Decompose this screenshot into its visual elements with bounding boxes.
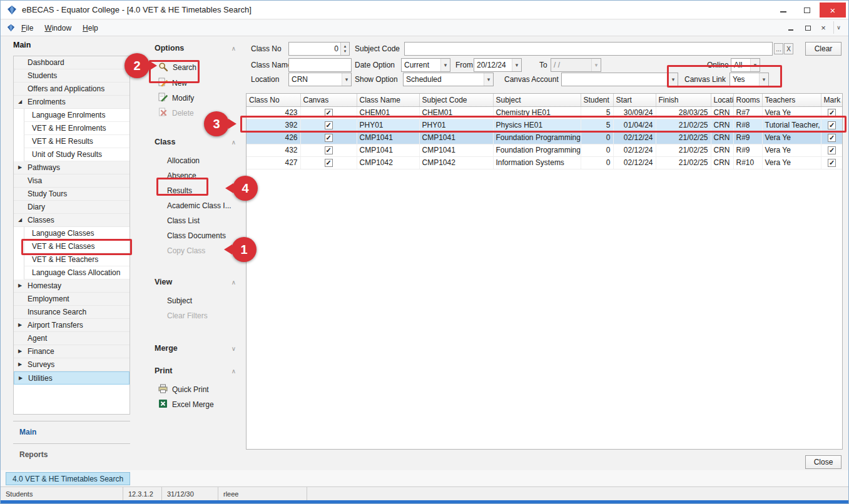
sidebar-item-study-tours[interactable]: Study Tours — [14, 188, 130, 201]
sidebar-item-classes[interactable]: ◢Classes — [14, 214, 130, 227]
sidebar-item-diary[interactable]: Diary — [14, 201, 130, 214]
section-merge[interactable]: Merge∨ — [151, 342, 243, 355]
table-row[interactable]: 423 ✓ CHEM01 CHEM01 Chemistry HE01 5 30/… — [247, 106, 843, 119]
menu-window[interactable]: Window — [39, 22, 76, 34]
spin-down-icon[interactable]: ▾ — [344, 49, 347, 54]
col-canvas[interactable]: Canvas — [300, 94, 357, 106]
quick-print-button[interactable]: Quick Print — [151, 382, 243, 397]
online-select[interactable]: All▾ — [731, 58, 760, 72]
section-class[interactable]: Class∧ — [151, 136, 243, 148]
table-row[interactable]: 432 ✓ CMP1041 CMP1041 Foundation Program… — [247, 144, 843, 156]
class-list-button[interactable]: Class List — [151, 213, 243, 228]
sidebar-item-airport-transfers[interactable]: ▶Airport Transfers — [14, 319, 130, 332]
checkbox-checked-icon[interactable]: ✓ — [828, 121, 836, 129]
sidebar-item-employment[interactable]: Employment — [14, 293, 130, 306]
sidebar-item-vet-he-enrolments[interactable]: VET & HE Enrolments — [24, 122, 130, 135]
spinner-buttons[interactable]: ▴▾ — [340, 43, 349, 55]
col-subject[interactable]: Subject — [493, 94, 581, 106]
sidebar-item-vet-he-teachers[interactable]: VET & HE Teachers — [24, 253, 130, 266]
checkbox-checked-icon[interactable]: ✓ — [828, 159, 836, 167]
spin-up-icon[interactable]: ▴ — [344, 44, 347, 49]
minimize-button[interactable] — [772, 3, 795, 18]
nav-reports-button[interactable]: Reports — [13, 443, 130, 465]
subject-code-lookup-button[interactable]: ... — [774, 43, 783, 54]
close-window-button[interactable]: × — [820, 3, 846, 18]
menu-help[interactable]: Help — [78, 22, 103, 34]
absence-button[interactable]: Absence — [151, 168, 243, 183]
subject-code-clear-button[interactable]: X — [784, 43, 793, 54]
table-row[interactable]: 427 ✓ CMP1042 CMP1042 Information System… — [247, 156, 843, 169]
section-options[interactable]: Options∧ — [151, 42, 243, 54]
sidebar-item-visa[interactable]: Visa — [14, 174, 130, 188]
cell-start: 02/12/24 — [613, 131, 656, 144]
section-print[interactable]: Print∧ — [151, 365, 243, 377]
checkbox-checked-icon[interactable]: ✓ — [325, 134, 333, 142]
class-documents-button[interactable]: Class Documents — [151, 228, 243, 243]
mdi-close-button[interactable]: × — [817, 21, 830, 34]
checkbox-checked-icon[interactable]: ✓ — [325, 146, 333, 154]
sidebar-item-language-class-allocation[interactable]: Language Class Allocation — [24, 266, 130, 280]
nav-main-button[interactable]: Main — [13, 421, 130, 442]
maximize-button[interactable] — [796, 3, 818, 18]
search-button[interactable]: Search — [151, 59, 243, 76]
sidebar-item-dashboard[interactable]: Dashboard — [14, 56, 130, 69]
new-button[interactable]: New — [151, 76, 243, 91]
col-location[interactable]: Locati — [711, 94, 733, 106]
modify-button[interactable]: Modify — [151, 91, 243, 106]
col-student[interactable]: Student — [581, 94, 613, 106]
excel-merge-button[interactable]: Excel Merge — [151, 397, 243, 412]
col-class-name[interactable]: Class Name — [357, 94, 419, 106]
sidebar-item-vet-he-results[interactable]: VET & HE Results — [24, 135, 130, 148]
table-row[interactable]: 426 ✓ CMP1041 CMP1041 Foundation Program… — [247, 131, 843, 144]
mdi-minimize-button[interactable] — [785, 21, 797, 34]
checkbox-checked-icon[interactable]: ✓ — [325, 121, 333, 129]
col-teachers[interactable]: Teachers — [762, 94, 821, 106]
col-mark-attendance[interactable]: Mark A — [821, 94, 843, 106]
col-finish[interactable]: Finish — [656, 94, 711, 106]
checkbox-checked-icon[interactable]: ✓ — [828, 109, 836, 117]
sidebar-item-enrolments[interactable]: ◢Enrolments — [14, 96, 130, 109]
sidebar-item-language-enrolments[interactable]: Language Enrolments — [24, 109, 130, 122]
toolbar-options-chevron-icon[interactable]: ∨ — [833, 21, 843, 34]
from-date-picker[interactable]: 20/12/24▾ — [474, 58, 522, 72]
class-no-spinner[interactable]: 0 ▴▾ — [288, 42, 350, 56]
sidebar-item-offers-and-applications[interactable]: Offers and Applications — [14, 83, 130, 96]
table-row-selected[interactable]: 392 ✓ PHY01 PHY01 Physics HE01 5 01/04/2… — [247, 119, 843, 131]
checkbox-checked-icon[interactable]: ✓ — [325, 159, 333, 167]
cell-finish: 21/02/25 — [656, 144, 711, 156]
sidebar-item-insurance-search[interactable]: Insurance Search — [14, 306, 130, 319]
col-rooms[interactable]: Rooms — [733, 94, 762, 106]
sidebar-item-agent[interactable]: Agent — [14, 332, 130, 345]
close-button[interactable]: Close — [805, 455, 841, 469]
mdi-restore-button[interactable] — [801, 21, 813, 34]
sidebar-item-vet-he-classes[interactable]: VET & HE Classes — [24, 240, 130, 253]
sidebar-item-students[interactable]: Students — [14, 69, 130, 83]
sidebar-item-utilities[interactable]: ▶Utilities — [14, 371, 130, 385]
show-option-select[interactable]: Scheduled▾ — [403, 73, 494, 86]
class-name-input[interactable] — [288, 58, 352, 72]
allocation-button[interactable]: Allocation — [151, 153, 243, 168]
academic-class-info-button[interactable]: Academic Class I... — [151, 198, 243, 213]
location-select[interactable]: CRN▾ — [288, 73, 352, 86]
subject-code-input[interactable] — [404, 42, 773, 56]
col-class-no[interactable]: Class No — [247, 94, 300, 106]
clear-button[interactable]: Clear — [805, 42, 841, 56]
sidebar-item-unit-of-study-results[interactable]: Unit of Study Results — [24, 148, 130, 161]
canvas-link-select[interactable]: Yes▾ — [730, 73, 769, 86]
checkbox-checked-icon[interactable]: ✓ — [325, 109, 333, 117]
subject-button[interactable]: Subject — [151, 293, 243, 308]
sidebar-item-homestay[interactable]: ▶Homestay — [14, 280, 130, 293]
section-view[interactable]: View∧ — [151, 276, 243, 288]
sidebar-item-language-classes[interactable]: Language Classes — [24, 227, 130, 240]
checkbox-checked-icon[interactable]: ✓ — [828, 134, 836, 142]
sidebar-item-surveys[interactable]: ▶Surveys — [14, 358, 130, 371]
col-start[interactable]: Start — [613, 94, 656, 106]
tab-vet-he-timetables-search[interactable]: 4.0 VET & HE Timetables Search — [6, 472, 130, 485]
sidebar-item-pathways[interactable]: ▶Pathways — [14, 161, 130, 174]
date-option-select[interactable]: Current▾ — [401, 58, 450, 72]
sidebar-item-finance[interactable]: ▶Finance — [14, 345, 130, 358]
checkbox-checked-icon[interactable]: ✓ — [828, 146, 836, 154]
canvas-account-select[interactable]: ▾ — [561, 73, 678, 86]
menu-file[interactable]: File — [16, 22, 38, 34]
col-subject-code[interactable]: Subject Code — [419, 94, 493, 106]
